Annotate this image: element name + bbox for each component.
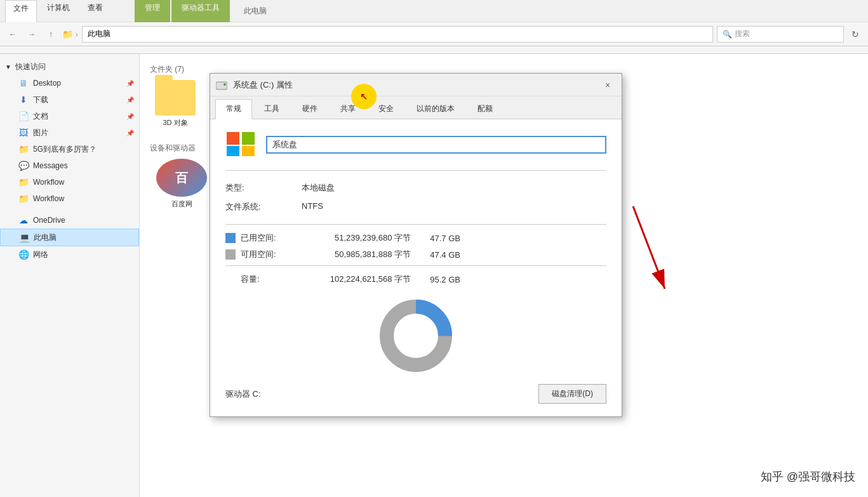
path-separator: ›: [76, 30, 78, 38]
dialog-tab-hardware[interactable]: 硬件: [291, 99, 328, 119]
ribbon: 文件 计算机 查看 管理 驱动器工具 此电脑 ← → ↑ 📁 ›: [0, 0, 868, 54]
sidebar-item-5g[interactable]: 📁 5G到底有多厉害？: [0, 141, 139, 157]
donut-chart: [378, 298, 454, 374]
sidebar-onedrive-label: OneDrive: [33, 216, 65, 225]
sidebar-item-thispc[interactable]: 💻 此电脑: [0, 229, 139, 246]
sidebar-workflow2-label: Workflow: [33, 194, 64, 203]
divider-2: [225, 224, 606, 225]
forward-icon: →: [28, 30, 36, 39]
back-icon: ←: [9, 30, 17, 39]
folder-3d-icon: [155, 80, 196, 116]
pin-icon-downloads: 📌: [126, 96, 134, 103]
dialog-tab-quota[interactable]: 配额: [467, 99, 504, 119]
dialog-title: 系统盘 (C:) 属性: [233, 79, 599, 91]
tab-file[interactable]: 文件: [5, 0, 37, 22]
tab-driver[interactable]: 驱动器工具: [171, 0, 230, 22]
tab-manage[interactable]: 管理: [135, 0, 170, 22]
network-icon: 🌐: [18, 249, 29, 260]
forward-button[interactable]: →: [24, 27, 39, 42]
refresh-icon: ↻: [851, 29, 859, 39]
messages-icon: 💬: [18, 160, 29, 171]
search-box[interactable]: 🔍 搜索: [717, 26, 844, 43]
baidu-icon: 百: [156, 159, 207, 197]
drive-baidu[interactable]: 百 百度网: [150, 159, 213, 209]
sidebar-item-network[interactable]: 🌐 网络: [0, 246, 139, 263]
search-placeholder: 搜索: [735, 29, 750, 39]
filesystem-value: NTFS: [302, 197, 606, 216]
capacity-row: 容量: 102,224,621,568 字节 95.2 GB: [225, 274, 606, 285]
dialog-tab-sharing[interactable]: 共享: [330, 99, 366, 119]
free-color-box: [225, 249, 236, 260]
back-button[interactable]: ←: [5, 27, 20, 42]
sidebar-item-onedrive[interactable]: ☁ OneDrive: [0, 212, 139, 229]
sidebar-item-messages[interactable]: 💬 Messages: [0, 157, 139, 174]
capacity-spacer: [225, 274, 236, 284]
address-box[interactable]: 此电脑: [82, 26, 713, 43]
drive-baidu-label: 百度网: [171, 199, 192, 209]
drive-name-row: [225, 132, 606, 157]
up-button[interactable]: ↑: [43, 27, 58, 42]
dialog-tab-previous[interactable]: 以前的版本: [406, 99, 465, 119]
sidebar-workflow1-label: Workflow: [33, 178, 64, 187]
free-label: 可用空间:: [241, 249, 291, 260]
5g-icon: 📁: [18, 143, 29, 155]
tab-view[interactable]: 查看: [80, 0, 110, 22]
svg-rect-18: [242, 132, 255, 145]
disk-cleanup-row: 驱动器 C: 磁盘清理(D): [225, 384, 606, 404]
dialog-close-icon: ×: [605, 80, 610, 90]
dialog-tab-tools[interactable]: 工具: [253, 99, 290, 119]
free-size: 47.4 GB: [416, 250, 460, 260]
capacity-label: 容量:: [241, 274, 291, 285]
type-value: 本地磁盘: [302, 178, 606, 197]
divider-1: [225, 170, 606, 171]
dialog-tab-security[interactable]: 安全: [368, 99, 404, 119]
divider-3: [225, 265, 606, 266]
pin-icon-documents: 📌: [126, 113, 134, 120]
used-space-row: 已用空间: 51,239,239,680 字节 47.7 GB: [225, 232, 606, 244]
sidebar-item-workflow1[interactable]: 📁 Workflow: [0, 174, 139, 190]
folder-icon: 📁: [62, 29, 73, 39]
dialog-drive-icon: [215, 79, 228, 91]
up-icon: ↑: [49, 30, 53, 39]
drive-label: 驱动器 C:: [225, 388, 261, 400]
type-label: 类型:: [225, 178, 302, 197]
free-bytes: 50,985,381,888 字节: [297, 249, 411, 260]
disk-cleanup-button[interactable]: 磁盘清理(D): [538, 384, 606, 404]
sidebar-item-desktop[interactable]: 🖥 Desktop 📌: [0, 75, 139, 91]
sidebar-item-workflow2[interactable]: 📁 Workflow: [0, 190, 139, 207]
dialog-titlebar: 系统盘 (C:) 属性 ×: [210, 74, 622, 96]
dialog-body: 类型: 本地磁盘 文件系统: NTFS 已用空间: 51,239,239,680…: [210, 119, 622, 416]
free-space-row: 可用空间: 50,985,381,888 字节 47.4 GB: [225, 249, 606, 260]
svg-rect-17: [227, 132, 239, 145]
tab-computer[interactable]: 计算机: [39, 0, 77, 22]
used-label: 已用空间:: [241, 232, 291, 244]
filesystem-label: 文件系统:: [225, 197, 302, 216]
quick-access-arrow: ▼: [5, 63, 13, 70]
folder-3d-label: 3D 对象: [163, 118, 187, 128]
dialog-tab-general[interactable]: 常规: [215, 99, 252, 119]
sidebar-5g-label: 5G到底有多厉害？: [33, 144, 97, 155]
used-size: 47.7 GB: [416, 234, 460, 243]
sidebar-network-label: 网络: [33, 249, 48, 260]
folder-3d[interactable]: 3D 对象: [150, 80, 201, 128]
sidebar-desktop-label: Desktop: [33, 79, 61, 88]
address-text: 此电脑: [88, 29, 110, 39]
type-fs-grid: 类型: 本地磁盘 文件系统: NTFS: [225, 178, 606, 216]
refresh-button[interactable]: ↻: [848, 27, 863, 42]
workflow2-icon: 📁: [18, 193, 29, 204]
quick-access-header[interactable]: ▼ 快速访问: [0, 59, 139, 75]
sidebar-item-downloads[interactable]: ⬇ 下载 📌: [0, 91, 139, 108]
onedrive-icon: ☁: [18, 215, 29, 226]
explorer-window: 文件 计算机 查看 管理 驱动器工具 此电脑 ← → ↑ 📁 ›: [0, 0, 868, 497]
sidebar-pictures-label: 图片: [33, 128, 48, 138]
sidebar-item-pictures[interactable]: 🖼 图片 📌: [0, 124, 139, 141]
capacity-bytes: 102,224,621,568 字节: [297, 274, 411, 285]
documents-icon: 📄: [18, 110, 29, 122]
dialog-close-button[interactable]: ×: [599, 76, 617, 94]
downloads-icon: ⬇: [18, 94, 29, 105]
sidebar-item-documents[interactable]: 📄 文档 📌: [0, 108, 139, 124]
capacity-size: 95.2 GB: [416, 275, 460, 284]
pin-icon-desktop: 📌: [126, 80, 134, 87]
drive-name-input[interactable]: [266, 136, 606, 154]
pin-icon-pictures: 📌: [126, 129, 134, 136]
